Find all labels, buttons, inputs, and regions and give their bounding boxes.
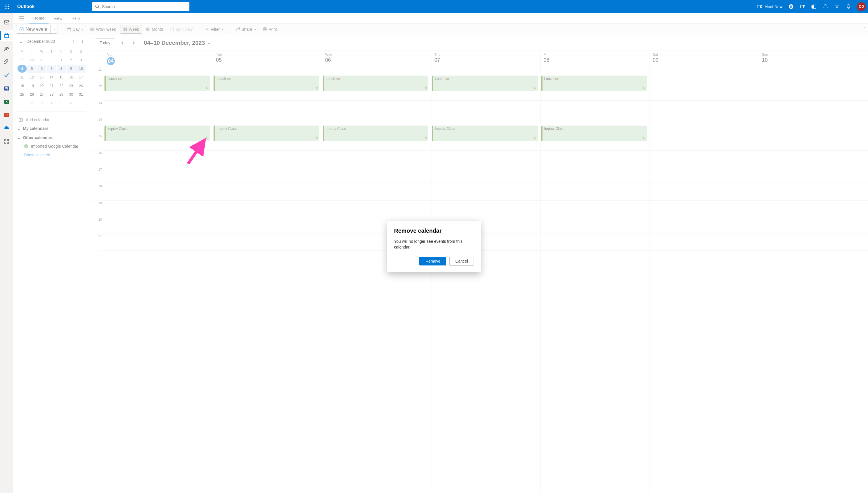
remove-calendar-dialog: Remove calendar You will no longer see e… <box>387 221 481 272</box>
cancel-button[interactable]: Cancel <box>449 257 474 265</box>
remove-button[interactable]: Remove <box>419 257 446 265</box>
dialog-body: You will no longer see events from this … <box>394 239 474 250</box>
dialog-title: Remove calendar <box>394 228 474 234</box>
